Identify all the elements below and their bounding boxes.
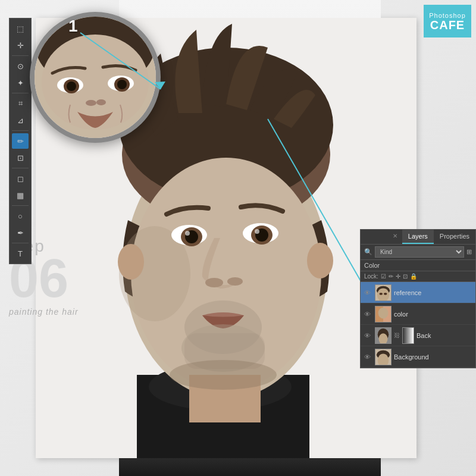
- layer-name-reference: reference: [394, 289, 472, 296]
- dodge-tool[interactable]: ○: [12, 208, 29, 224]
- mode-label: Color: [364, 262, 380, 269]
- gradient-tool[interactable]: ▦: [12, 187, 29, 203]
- lock-icon-art[interactable]: ⊡: [403, 273, 408, 280]
- lock-icon-lock[interactable]: 🔒: [410, 273, 417, 280]
- svg-point-44: [380, 293, 383, 295]
- photoshop-cafe-logo: Photoshop CAFE: [424, 5, 471, 37]
- layer-visibility-color[interactable]: 👁: [364, 311, 372, 318]
- svg-point-17: [205, 278, 223, 287]
- stamp-tool[interactable]: ⊡: [12, 150, 29, 165]
- layers-lock-row: Lock: ☑ ✏ ✛ ⊡ 🔒: [361, 271, 475, 282]
- logo-text-photoshop: Photoshop: [429, 12, 466, 19]
- layer-thumb-back: [375, 327, 392, 344]
- svg-point-34: [117, 80, 127, 89]
- reference-circle-face: [35, 17, 156, 138]
- lock-label: Lock:: [364, 273, 378, 280]
- layers-panel-header: ✕ Layers Properties: [361, 230, 475, 245]
- svg-point-45: [384, 293, 387, 295]
- lock-icon-brush[interactable]: ✏: [389, 273, 393, 280]
- lock-icon-move[interactable]: ✛: [396, 273, 400, 280]
- layer-thumb-color: [375, 306, 392, 322]
- step-label-1: 1: [68, 17, 78, 36]
- svg-point-23: [307, 243, 333, 278]
- svg-point-36: [96, 99, 106, 105]
- eyedropper-tool[interactable]: ⊿: [12, 112, 29, 128]
- layer-name-back: Back: [416, 332, 472, 339]
- marquee-tool[interactable]: ⬚: [12, 21, 29, 36]
- svg-point-48: [378, 307, 389, 318]
- logo-text-cafe: CAFE: [430, 19, 465, 31]
- kind-icon: 🔍: [364, 248, 372, 256]
- layer-visibility-reference[interactable]: 👁: [364, 289, 372, 296]
- svg-point-22: [118, 244, 144, 280]
- layers-mode-row: Color: [361, 260, 475, 271]
- svg-point-25: [170, 360, 277, 390]
- kind-select[interactable]: Kind: [375, 246, 464, 258]
- reference-circle-container: [30, 12, 161, 143]
- tab-layers[interactable]: Layers: [402, 230, 434, 244]
- tool-separator-3: [12, 130, 29, 131]
- svg-point-18: [227, 277, 243, 286]
- crop-tool[interactable]: ⌗: [12, 96, 29, 111]
- svg-point-31: [67, 82, 76, 91]
- layer-mask-back: [402, 327, 414, 344]
- svg-point-12: [185, 231, 190, 236]
- reference-circle-inner: [35, 17, 156, 138]
- layer-item-background[interactable]: 👁 Background: [361, 346, 475, 368]
- magic-wand-tool[interactable]: ✦: [12, 75, 29, 90]
- pen-tool[interactable]: ✒: [12, 225, 29, 240]
- move-tool[interactable]: ✛: [12, 37, 29, 53]
- step-subtitle: painting the hair: [9, 308, 79, 316]
- photoshop-toolbar: ⬚ ✛ ⊙ ✦ ⌗ ⊿ ✏ ⊡ ◻ ▦ ○ ✒ T: [9, 18, 32, 264]
- layer-item-color[interactable]: 👁 color: [361, 303, 475, 325]
- layer-visibility-back[interactable]: 👁: [364, 332, 372, 339]
- tool-separator-4: [12, 168, 29, 168]
- layer-chain-back: ⛓: [394, 332, 400, 339]
- layers-kind-row: 🔍 Kind ⊞: [361, 245, 475, 260]
- svg-point-43: [377, 288, 389, 300]
- panel-close-button[interactable]: ✕: [388, 230, 402, 244]
- kind-extra-icon: ⊞: [466, 248, 472, 256]
- eraser-tool[interactable]: ◻: [12, 171, 29, 186]
- brush-tool[interactable]: ✏: [12, 133, 29, 149]
- reference-circle: [30, 12, 161, 143]
- svg-point-35: [86, 100, 96, 106]
- layer-name-background: Background: [394, 353, 472, 361]
- text-tool[interactable]: T: [12, 246, 29, 261]
- tool-separator-6: [12, 243, 29, 243]
- tool-separator-1: [12, 55, 29, 56]
- layer-item-reference[interactable]: 👁 reference: [361, 282, 475, 303]
- layer-thumb-reference: [375, 284, 392, 301]
- layer-thumb-background: [375, 349, 392, 365]
- svg-point-16: [255, 229, 259, 234]
- lock-icon-check[interactable]: ☑: [381, 273, 386, 280]
- layer-visibility-background[interactable]: 👁: [364, 353, 372, 361]
- tool-separator-5: [12, 205, 29, 206]
- layer-name-color: color: [394, 311, 472, 318]
- lasso-tool[interactable]: ⊙: [12, 58, 29, 74]
- tool-separator-2: [12, 93, 29, 93]
- layer-item-back[interactable]: 👁 ⛓ Back: [361, 325, 475, 346]
- tab-properties[interactable]: Properties: [434, 230, 475, 244]
- svg-point-51: [379, 333, 388, 344]
- layers-panel: ✕ Layers Properties 🔍 Kind ⊞ Color Lock:…: [360, 229, 476, 368]
